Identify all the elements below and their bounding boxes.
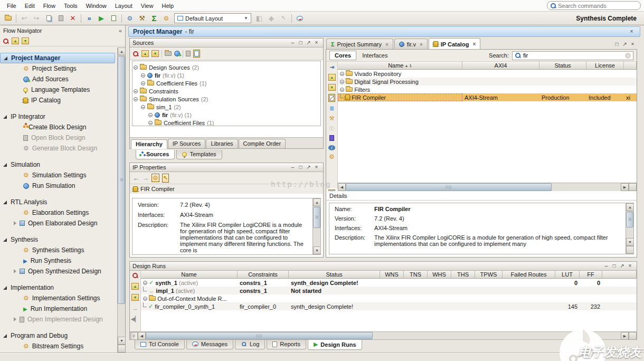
tab-compile-order[interactable]: Compile Order — [239, 139, 286, 148]
sidebar-item-program-and-debug[interactable]: Program and Debug — [0, 330, 117, 341]
run-row-fir-compiler-0-synth-1[interactable]: ✓ fir_compiler_0_synth_1 fir_compiler_0 … — [141, 302, 637, 310]
close-tab-icon[interactable]: × — [385, 42, 389, 48]
tab-ip-catalog[interactable]: IP Catalog× — [429, 38, 480, 50]
collapse-all-icon[interactable]: ▲ — [328, 74, 336, 81]
tab-templates[interactable]: Templates — [176, 150, 222, 159]
expand-all-icon[interactable]: ▼ — [131, 294, 139, 301]
section-collapse-icon[interactable] — [3, 163, 7, 167]
close-icon[interactable]: × — [312, 164, 320, 171]
scrollbar-thumb[interactable] — [313, 207, 320, 228]
close-icon[interactable]: × — [629, 41, 637, 48]
col-status[interactable]: Status — [289, 271, 380, 279]
tree-item-design-sources[interactable]: Design Sources(2) — [134, 63, 319, 71]
scrollbar-thumb[interactable] — [346, 183, 552, 191]
paste-icon[interactable] — [55, 13, 67, 24]
close-icon[interactable]: × — [312, 40, 320, 46]
col-ths[interactable]: THS — [451, 271, 475, 279]
delete-icon[interactable]: ✕ — [67, 13, 79, 24]
scroll-left-icon[interactable]: ◀ — [338, 183, 346, 191]
col-wns[interactable]: WNS — [380, 271, 404, 279]
sidebar-item-open-block-design[interactable]: Open Block Design — [0, 132, 117, 143]
sidebar-item-implementation-settings[interactable]: ⚙Implementation Settings — [0, 293, 117, 303]
catalog-row-filters[interactable]: Filters — [338, 86, 637, 93]
col-axi4[interactable]: AXI4 — [462, 62, 539, 70]
ip-catalog-hscrollbar[interactable]: ◀ ▶ — [338, 183, 637, 191]
tree-expander-icon[interactable] — [340, 72, 344, 76]
sidebar-item-generate-block-design[interactable]: ⚙Generate Block Design — [0, 143, 117, 154]
scroll-down-icon[interactable]: ▼ — [118, 337, 126, 345]
reset-runs-icon[interactable]: ◀▏ — [131, 316, 140, 322]
tab-cores[interactable]: Cores — [329, 51, 356, 60]
tree-item-sim-1[interactable]: sim_1(2) — [134, 103, 319, 111]
settings-gear-icon[interactable]: ⚙ — [329, 154, 335, 160]
minimize-icon[interactable]: – — [289, 164, 297, 171]
tree-expander-icon[interactable] — [134, 89, 138, 93]
tree-expander-icon[interactable] — [134, 65, 138, 70]
scrollbar-thumb[interactable] — [146, 332, 373, 339]
tree-item-simulation-sources[interactable]: Simulation Sources(2) — [134, 95, 319, 103]
sidebar-item-project-settings[interactable]: ⚙Project Settings — [0, 63, 117, 74]
tab-tcl-console[interactable]: Tcl Console — [135, 340, 185, 349]
search-icon[interactable] — [132, 51, 139, 57]
maximize-icon[interactable]: □ — [610, 263, 618, 270]
tab-interfaces[interactable]: Interfaces — [357, 51, 392, 60]
maximize-icon[interactable]: □ — [297, 40, 305, 46]
tab-ip-sources[interactable]: IP Sources — [168, 139, 206, 148]
tree-expander-icon[interactable] — [143, 297, 147, 301]
sidebar-item-open-implemented-design[interactable]: Open Implemented Design — [0, 314, 117, 325]
scroll-left-icon[interactable]: ◀ — [138, 332, 146, 340]
search-icon[interactable] — [3, 38, 9, 44]
menu-flow[interactable]: Flow — [40, 2, 59, 10]
sidebar-item-simulation[interactable]: Simulation — [0, 159, 117, 170]
tree-item-fir[interactable]: fir(fir.v) (1) — [134, 71, 319, 79]
expand-all-icon[interactable]: ▼ — [328, 84, 336, 91]
settings-gear-icon[interactable]: ⚙ — [124, 13, 136, 24]
tab-sources[interactable]: Sources — [136, 150, 175, 159]
expander-icon[interactable] — [14, 269, 16, 273]
tree-expander-icon[interactable] — [134, 97, 138, 101]
tree-item-coefficient-files[interactable]: Coefficient Files(1) — [134, 79, 319, 87]
customize-gear-icon[interactable]: ⚙ — [160, 13, 172, 24]
diamond-icon[interactable]: ◆ — [266, 13, 277, 24]
details-scrollbar[interactable]: ▲ ▼ — [626, 203, 633, 254]
close-icon[interactable]: × — [626, 263, 634, 270]
filter-icon[interactable] — [328, 94, 335, 102]
collapse-all-icon[interactable]: ▲ — [131, 283, 139, 290]
copy-icon[interactable] — [43, 13, 54, 24]
expand-all-icon[interactable]: ▼ — [151, 50, 159, 57]
command-search-box[interactable] — [547, 1, 641, 10]
info-icon[interactable]: i — [328, 145, 335, 150]
menu-help[interactable]: Help — [158, 2, 177, 10]
section-collapse-icon[interactable] — [3, 201, 7, 204]
maximize-icon[interactable]: □ — [613, 41, 621, 48]
close-tab-icon[interactable]: × — [472, 41, 476, 47]
scrollbar-thumb[interactable] — [626, 212, 633, 227]
clear-search-icon[interactable]: × — [625, 53, 631, 59]
tree-expander-icon[interactable] — [340, 80, 344, 84]
collapse-strip-icon[interactable]: » — [130, 332, 138, 340]
col-whs[interactable]: WHS — [428, 271, 451, 279]
command-search-input[interactable] — [558, 3, 627, 9]
tab-project-summary[interactable]: Σ Project Summary× — [326, 39, 393, 50]
run-row-synth-1[interactable]: ✓ synth_1 (active) constrs_1 synth_desig… — [141, 279, 637, 287]
tree-item-coefficient-files-sim[interactable]: Coefficient Files(1) — [134, 119, 319, 126]
menu-layout[interactable]: Layout — [111, 2, 136, 10]
ip-search-box[interactable]: × — [512, 51, 633, 60]
tree-expander-icon[interactable] — [141, 73, 145, 78]
scroll-down-icon[interactable]: ▼ — [313, 246, 321, 254]
float-icon[interactable]: ↗ — [305, 40, 312, 46]
maximize-icon[interactable]: □ — [297, 164, 305, 171]
sidebar-item-synthesis-settings[interactable]: ⚙Synthesis Settings — [0, 245, 117, 255]
dock-icon[interactable]: ⇥ — [329, 64, 334, 71]
col-name[interactable]: Name — [141, 271, 238, 279]
run-icon[interactable]: ▶ — [96, 13, 107, 24]
tree-expander-icon[interactable] — [340, 88, 344, 92]
properties-gear-icon[interactable]: ⚙ — [151, 174, 159, 182]
col-tns[interactable]: TNS — [404, 271, 428, 279]
sidebar-item-project-manager[interactable]: Project Manager — [0, 53, 115, 63]
tree-expander-icon[interactable] — [141, 105, 145, 109]
section-collapse-icon[interactable] — [3, 238, 7, 242]
tab-log[interactable]: Log — [235, 340, 265, 349]
hierarchy-icon[interactable]: ≣ — [329, 105, 334, 112]
open-file-icon[interactable] — [165, 51, 172, 56]
